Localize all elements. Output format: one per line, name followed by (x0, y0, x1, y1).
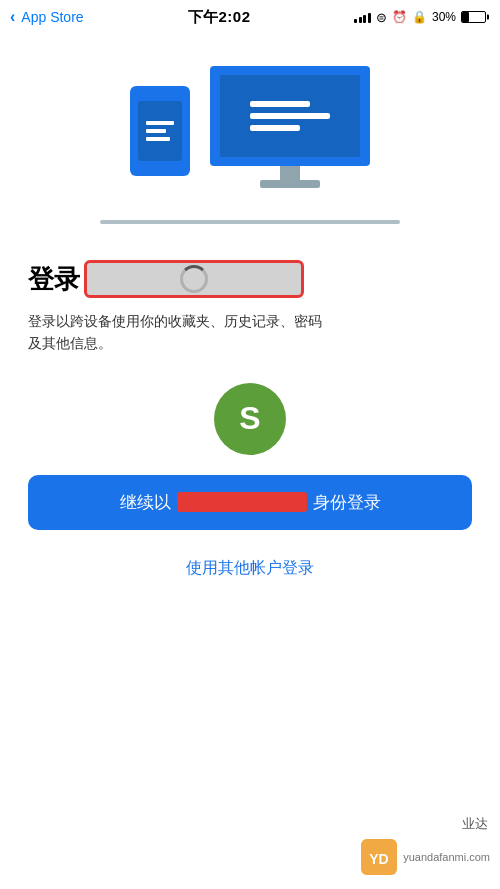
floor-line (100, 220, 400, 224)
title-prefix: 登录 (28, 264, 80, 294)
sign-label: 业达 (462, 815, 488, 833)
monitor (210, 66, 370, 186)
continue-button[interactable]: 继续以 身份登录 (28, 475, 472, 530)
avatar-section: S (28, 383, 472, 455)
other-account-label: 使用其他帐户登录 (186, 558, 314, 579)
status-right: ⊜ ⏰ 🔒 30% (354, 10, 486, 25)
pixel-scene (100, 56, 400, 236)
title-row: 登录 (28, 260, 472, 298)
title-blur-overlay (84, 260, 304, 298)
signal-icon (354, 11, 371, 23)
wifi-icon: ⊜ (376, 10, 387, 25)
description-line2: 及其他信息。 (28, 335, 112, 351)
status-left: ‹ App Store (10, 8, 84, 26)
watermark: YD yuandafanmi.com (361, 839, 490, 875)
continue-prefix: 继续以 (120, 491, 171, 514)
other-account-button[interactable]: 使用其他帐户登录 (28, 550, 472, 587)
signal-bar-1 (354, 19, 357, 23)
watermark-text: yuandafanmi.com (403, 851, 490, 863)
small-device-screen (138, 101, 182, 161)
battery-icon (461, 11, 486, 23)
monitor-screen-inner (220, 75, 360, 157)
monitor-lines (250, 101, 330, 131)
signal-bar-4 (368, 13, 371, 23)
small-device-lines (146, 121, 174, 141)
battery-fill (462, 12, 469, 22)
continue-suffix: 身份登录 (313, 491, 381, 514)
watermark-logo: YD (361, 839, 397, 875)
battery-percent: 30% (432, 10, 456, 24)
lock-icon: 🔒 (412, 10, 427, 24)
illustration-area (0, 32, 500, 252)
signal-bar-3 (363, 15, 366, 23)
description-text: 登录以跨设备使用你的收藏夹、历史记录、密码 及其他信息。 (28, 310, 472, 355)
monitor-stand (280, 166, 300, 180)
monitor-base (260, 180, 320, 188)
status-bar: ‹ App Store 下午2:02 ⊜ ⏰ 🔒 30% (0, 0, 500, 32)
svg-text:YD: YD (369, 851, 388, 867)
page-title: 登录 (28, 262, 80, 297)
small-device (130, 86, 190, 176)
monitor-screen (210, 66, 370, 166)
back-icon[interactable]: ‹ (10, 8, 15, 26)
sign-label-area: 业达 (462, 815, 488, 833)
watermark-site: yuandafanmi.com (403, 851, 490, 863)
app-store-label[interactable]: App Store (21, 9, 83, 25)
description-line1: 登录以跨设备使用你的收藏夹、历史记录、密码 (28, 313, 322, 329)
monitor-line-3 (250, 125, 300, 131)
watermark-yd-text: YD (361, 839, 397, 875)
loading-spinner (180, 265, 208, 293)
monitor-line-1 (250, 101, 310, 107)
avatar: S (214, 383, 286, 455)
status-time: 下午2:02 (188, 8, 251, 27)
small-device-line-2 (146, 129, 166, 133)
content-area: 登录 登录以跨设备使用你的收藏夹、历史记录、密码 及其他信息。 S 继续以 身份… (0, 252, 500, 587)
avatar-letter: S (239, 400, 260, 437)
watermark-svg: YD (361, 839, 397, 875)
monitor-line-2 (250, 113, 330, 119)
signal-bar-2 (359, 17, 362, 23)
alarm-icon: ⏰ (392, 10, 407, 24)
small-device-line-3 (146, 137, 170, 141)
small-device-line-1 (146, 121, 174, 125)
username-redacted (177, 492, 307, 512)
